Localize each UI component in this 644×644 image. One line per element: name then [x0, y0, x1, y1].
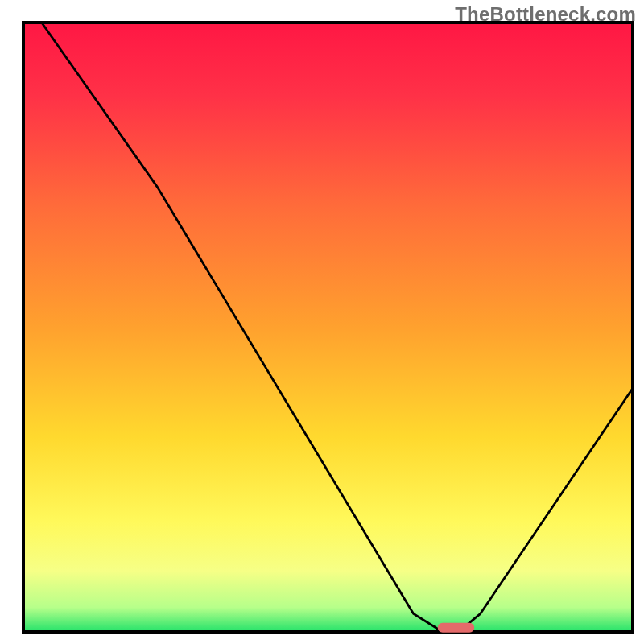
bottleneck-chart: [0, 0, 644, 644]
plot-background: [23, 23, 633, 632]
chart-container: TheBottleneck.com: [0, 0, 644, 644]
optimal-marker: [438, 623, 474, 633]
watermark-text: TheBottleneck.com: [455, 3, 636, 26]
